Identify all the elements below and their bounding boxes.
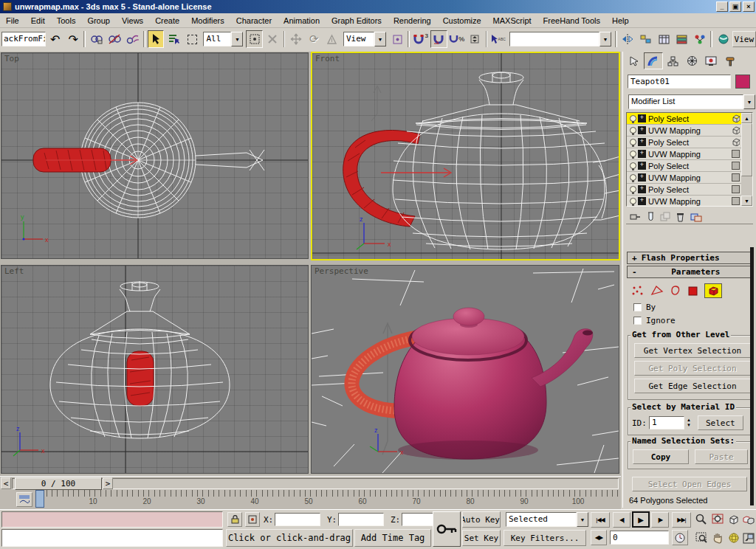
remove-modifier-icon[interactable] xyxy=(676,212,684,222)
scrollbar-thumb[interactable] xyxy=(741,123,752,176)
track-bar-handle[interactable] xyxy=(35,490,44,508)
modifier-stack-row[interactable]: +Poly Select xyxy=(627,113,741,125)
lightbulb-icon[interactable] xyxy=(630,174,636,181)
chevron-down-icon[interactable]: ▼ xyxy=(231,32,243,46)
element-mode-icon[interactable] xyxy=(704,283,722,298)
select-and-link-icon[interactable] xyxy=(88,30,105,48)
tab-motion[interactable] xyxy=(682,52,701,69)
viewport-left[interactable]: Left z x xyxy=(1,265,309,474)
slider-next-icon[interactable]: > xyxy=(103,477,113,489)
expand-icon[interactable]: + xyxy=(638,138,646,146)
track-view-icon[interactable] xyxy=(656,30,673,48)
chevron-down-icon[interactable]: ▼ xyxy=(374,32,386,46)
zoom-extents-all-icon[interactable] xyxy=(740,511,756,528)
zoom-all-icon[interactable] xyxy=(709,511,726,528)
zoom-icon[interactable] xyxy=(693,511,710,528)
get-edge-selection-button[interactable]: Get Edge Selection xyxy=(634,379,751,393)
minimize-button[interactable]: _ xyxy=(716,1,728,12)
menu-rendering[interactable]: Rendering xyxy=(388,15,437,27)
rotate-tool-icon[interactable]: ⟳ xyxy=(306,30,323,48)
mini-curve-editor-icon[interactable] xyxy=(16,492,32,507)
by-vertex-checkbox[interactable] xyxy=(633,303,642,311)
menu-maxscript[interactable]: MAXScript xyxy=(487,15,537,27)
chevron-down-icon[interactable]: ▼ xyxy=(599,32,611,46)
get-poly-selection-button[interactable]: Get Poly Selection xyxy=(634,361,751,376)
move-tool-icon[interactable] xyxy=(287,30,304,48)
min-max-toggle-icon[interactable] xyxy=(740,530,756,546)
tab-hierarchy[interactable] xyxy=(663,52,682,69)
expand-icon[interactable]: + xyxy=(638,150,646,158)
expand-icon[interactable]: + xyxy=(632,253,637,263)
set-keys-icon[interactable] xyxy=(433,511,461,547)
modifier-stack-row[interactable]: +Poly Select xyxy=(627,184,741,196)
select-by-id-button[interactable]: Select xyxy=(698,415,743,430)
lightbulb-icon[interactable] xyxy=(630,127,636,134)
tab-display[interactable] xyxy=(701,52,721,69)
selection-filter-dropdown[interactable]: All ▼ xyxy=(203,32,243,46)
play-icon[interactable]: ▶ xyxy=(632,511,650,528)
spinner-snap-icon[interactable] xyxy=(467,30,484,48)
lightbulb-icon[interactable] xyxy=(630,186,636,193)
menu-help[interactable]: Help xyxy=(606,15,635,27)
collapse-icon[interactable]: - xyxy=(632,267,637,277)
maxscript-listener-pink[interactable] xyxy=(1,511,223,528)
face-mode-icon[interactable] xyxy=(687,284,700,297)
menu-group[interactable]: Group xyxy=(81,15,116,27)
rollout-parameters[interactable]: - Parameters xyxy=(627,266,751,278)
object-name-field[interactable]: Teapot01 xyxy=(628,75,731,89)
menu-customize[interactable]: Customize xyxy=(437,15,487,27)
schematic-view-icon[interactable] xyxy=(692,30,709,48)
snap-toggle-3d-icon[interactable]: 3 xyxy=(412,30,429,48)
named-selection-sets-dropdown[interactable]: ▼ xyxy=(509,32,611,46)
next-frame-icon[interactable]: |▶ xyxy=(651,512,669,528)
viewport-front[interactable]: Front z x xyxy=(311,52,620,260)
modifier-list-dropdown[interactable]: Modifier List ▼ xyxy=(628,94,755,109)
ignore-backfacing-checkbox[interactable] xyxy=(633,317,642,325)
scroll-up-icon[interactable]: ▲ xyxy=(741,113,752,123)
stack-scrollbar[interactable]: ▲ ▼ xyxy=(741,113,752,206)
modifier-stack-row[interactable]: +UVW Mapping xyxy=(627,196,741,207)
menu-freehand-tools[interactable]: FreeHand Tools xyxy=(537,15,606,27)
selection-region-icon[interactable] xyxy=(184,30,201,48)
menu-animation[interactable]: Animation xyxy=(278,15,326,27)
expand-icon[interactable]: + xyxy=(638,185,646,193)
tab-create[interactable] xyxy=(625,52,644,69)
viewport-top[interactable]: Top x y xyxy=(1,52,309,259)
layer-manager-icon[interactable] xyxy=(673,30,690,48)
region-zoom-icon[interactable] xyxy=(693,530,710,546)
copy-button[interactable]: Copy xyxy=(633,449,689,464)
rollout-flash-properties[interactable]: + Flash Properties xyxy=(627,252,751,264)
expand-icon[interactable]: + xyxy=(638,114,646,122)
chevron-down-icon[interactable]: ▼ xyxy=(743,94,755,109)
previous-frame-icon[interactable]: ◀| xyxy=(613,512,630,528)
expand-icon[interactable]: + xyxy=(638,126,646,134)
expand-icon[interactable]: + xyxy=(638,162,646,170)
redo-button[interactable]: ↷ xyxy=(65,30,82,48)
restore-button[interactable]: ▣ xyxy=(729,1,741,12)
menu-file[interactable]: File xyxy=(0,15,25,27)
pan-icon[interactable] xyxy=(709,530,726,546)
views-toolbar-button[interactable]: View xyxy=(732,31,756,47)
maxscript-listener-white[interactable] xyxy=(1,529,223,547)
edge-mode-icon[interactable] xyxy=(650,284,664,297)
x-coordinate-field[interactable] xyxy=(275,513,320,526)
lightbulb-icon[interactable] xyxy=(630,151,636,157)
object-color-swatch[interactable] xyxy=(735,75,750,89)
use-center-icon[interactable] xyxy=(389,30,406,48)
material-editor-icon[interactable] xyxy=(715,30,732,48)
unlink-selection-icon[interactable] xyxy=(106,30,123,48)
material-id-field[interactable]: 1 xyxy=(649,416,684,429)
time-slider-button[interactable]: 0 / 100 xyxy=(15,477,102,490)
panel-scrollbar[interactable] xyxy=(750,247,754,505)
expand-icon[interactable]: + xyxy=(638,197,646,205)
align-icon[interactable] xyxy=(637,30,654,48)
undo-button[interactable]: ↶ xyxy=(47,30,63,48)
menu-edit[interactable]: Edit xyxy=(25,15,51,27)
edit-named-selections-icon[interactable]: ABC xyxy=(489,30,506,48)
viewport-perspective[interactable]: Perspective xyxy=(311,265,619,474)
set-key-button[interactable]: Set Key xyxy=(462,530,501,546)
key-filters-button[interactable]: Key Filters... xyxy=(504,530,586,546)
go-to-start-icon[interactable]: |◀◀ xyxy=(591,512,610,528)
close-button[interactable]: × xyxy=(743,1,755,12)
menu-views[interactable]: Views xyxy=(116,15,149,27)
